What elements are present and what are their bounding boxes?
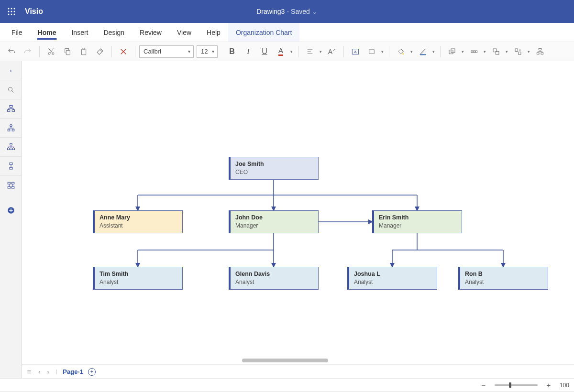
text-box-button[interactable]: A (348, 44, 363, 59)
svg-rect-23 (475, 51, 477, 53)
redo-button[interactable] (20, 44, 35, 59)
node-name: Erin Smith (379, 214, 457, 222)
format-painter-button[interactable] (92, 44, 108, 59)
org-node-ceo[interactable]: Joe SmithCEO (229, 157, 319, 180)
add-page-button[interactable]: + (88, 368, 96, 376)
zoom-level[interactable]: 100 (560, 382, 569, 389)
svg-rect-42 (10, 163, 12, 164)
chevron-down-icon: ▾ (212, 49, 214, 54)
increase-font-button[interactable]: A↗ (324, 44, 340, 59)
stencil-5-button[interactable] (0, 176, 22, 195)
svg-rect-34 (12, 109, 14, 111)
node-name: Joshua L (354, 271, 432, 278)
node-role: Assistant (99, 222, 177, 229)
copy-button[interactable] (60, 44, 75, 59)
title-bar: Visio Drawing3 - Saved ⌄ (0, 0, 574, 23)
zoom-out-button[interactable]: − (479, 381, 488, 389)
distribute-icon (470, 48, 478, 55)
stencil-2-button[interactable] (0, 119, 22, 138)
tab-insert[interactable]: Insert (64, 23, 96, 42)
svg-rect-37 (12, 129, 14, 131)
tab-view[interactable]: View (169, 23, 199, 42)
align-button[interactable]: ▾ (302, 44, 323, 59)
all-pages-button[interactable] (26, 369, 33, 375)
chevron-down-icon: ▾ (526, 49, 531, 54)
add-stencil-button[interactable] (0, 201, 22, 220)
bold-button[interactable]: B (224, 44, 240, 59)
org-node-a2[interactable]: Glenn DavisAnalyst (229, 267, 319, 290)
app-launcher-button[interactable] (0, 0, 23, 23)
group-button[interactable]: ▾ (488, 44, 509, 59)
stencil-3-button[interactable] (0, 138, 22, 157)
undo-button[interactable] (4, 44, 19, 59)
svg-text:A: A (354, 50, 357, 54)
svg-rect-43 (10, 167, 12, 169)
line-color-button[interactable]: ▾ (415, 44, 436, 59)
font-name-select[interactable]: Calibri ▾ (139, 45, 194, 58)
svg-rect-21 (471, 51, 473, 53)
zoom-in-button[interactable]: + (544, 381, 553, 389)
svg-point-0 (8, 8, 10, 10)
org-node-mgr1[interactable]: John DoeManager (229, 210, 319, 233)
fill-icon (397, 48, 405, 55)
italic-button[interactable]: I (241, 44, 256, 59)
change-shape-button[interactable]: ▾ (510, 44, 531, 59)
node-name: Glenn Davis (235, 271, 313, 278)
prev-page-button[interactable]: ‹ (37, 368, 41, 375)
ribbon-toolbar: Calibri ▾ 12 ▾ B I U A ▾ ▾ A↗ A ▾ ▾ (0, 42, 574, 61)
waffle-icon (8, 8, 15, 15)
rectangle-icon (368, 48, 375, 55)
org-node-a1[interactable]: Tim SmithAnalyst (93, 267, 183, 290)
node-name: Tim Smith (99, 271, 177, 278)
layout-button[interactable] (532, 44, 548, 59)
page-tab[interactable]: Page-1 (63, 368, 83, 375)
tab-organization-chart[interactable]: Organization Chart (228, 23, 300, 42)
org-node-a4[interactable]: Ron BAnalyst (458, 267, 548, 290)
tab-help[interactable]: Help (199, 23, 228, 42)
stencil-1-button[interactable] (0, 99, 22, 119)
svg-rect-11 (66, 50, 70, 54)
document-save-state: Saved (291, 8, 310, 15)
node-name: Anne Mary (99, 214, 177, 222)
drawing-canvas[interactable]: Joe SmithCEOAnne MaryAssistantJohn DoeMa… (22, 61, 574, 365)
zoom-slider[interactable] (495, 384, 538, 386)
fill-color-button[interactable]: ▾ (393, 44, 414, 59)
expand-panel-button[interactable]: › (0, 61, 22, 80)
shape-outline-button[interactable]: ▾ (364, 44, 385, 59)
paste-button[interactable] (76, 44, 91, 59)
svg-rect-41 (12, 148, 15, 150)
org-node-mgr2[interactable]: Erin SmithManager (372, 210, 462, 233)
arrange-button[interactable]: ▾ (444, 44, 465, 59)
horizontal-scrollbar-thumb[interactable] (242, 359, 328, 362)
next-page-button[interactable]: › (46, 368, 50, 375)
document-title[interactable]: Drawing3 - Saved ⌄ (256, 8, 318, 15)
font-size-select[interactable]: 12 ▾ (197, 45, 218, 58)
svg-rect-26 (515, 49, 518, 51)
svg-rect-29 (537, 53, 539, 54)
org-shapes-icon (6, 105, 16, 113)
node-name: Joe Smith (235, 161, 313, 168)
svg-point-5 (14, 11, 15, 12)
font-color-button[interactable]: A ▾ (273, 44, 294, 59)
search-shapes-button[interactable] (0, 80, 22, 99)
svg-point-6 (8, 14, 10, 15)
position-button[interactable]: ▾ (466, 44, 487, 59)
org-node-asst[interactable]: Anne MaryAssistant (93, 210, 183, 233)
shape-panel-rail: › (0, 61, 22, 378)
underline-button[interactable]: U (257, 44, 272, 59)
tab-home[interactable]: Home (30, 23, 64, 42)
tab-design[interactable]: Design (96, 23, 132, 42)
hierarchy-icon (6, 124, 16, 132)
bold-icon: B (229, 47, 235, 56)
delete-button[interactable] (116, 44, 131, 59)
svg-rect-33 (7, 109, 10, 111)
tab-review[interactable]: Review (132, 23, 169, 42)
chevron-down-icon: ▾ (460, 49, 465, 54)
org-node-a3[interactable]: Joshua LAnalyst (347, 267, 437, 290)
tab-file[interactable]: File (4, 23, 30, 42)
svg-rect-18 (420, 54, 426, 55)
stencil-4-button[interactable] (0, 157, 22, 176)
textbox-icon: A (351, 48, 360, 55)
cut-button[interactable] (44, 44, 59, 59)
chevron-down-icon: ▾ (408, 49, 414, 54)
